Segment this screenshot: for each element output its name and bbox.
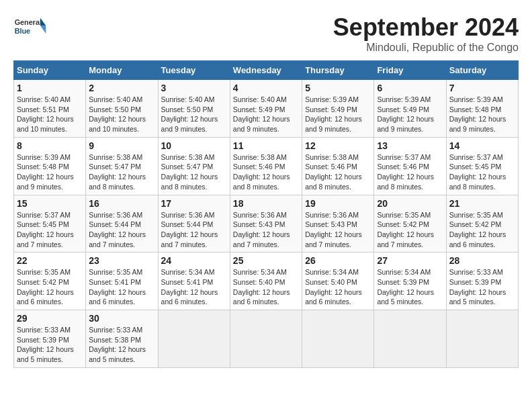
day-number: 23: [89, 255, 154, 266]
day-cell-16: 16Sunrise: 5:36 AM Sunset: 5:44 PM Dayli…: [86, 195, 158, 253]
day-cell-28: 28Sunrise: 5:33 AM Sunset: 5:39 PM Dayli…: [446, 253, 518, 310]
empty-cell: [374, 310, 446, 368]
day-number: 21: [449, 198, 515, 209]
week-row-5: 29Sunrise: 5:33 AM Sunset: 5:39 PM Dayli…: [14, 310, 519, 368]
day-number: 24: [161, 255, 227, 266]
day-info: Sunrise: 5:35 AM Sunset: 5:42 PM Dayligh…: [17, 267, 83, 307]
day-cell-27: 27Sunrise: 5:34 AM Sunset: 5:39 PM Dayli…: [374, 253, 446, 310]
day-cell-15: 15Sunrise: 5:37 AM Sunset: 5:45 PM Dayli…: [14, 195, 86, 253]
day-number: 26: [305, 255, 371, 266]
day-info: Sunrise: 5:39 AM Sunset: 5:49 PM Dayligh…: [377, 95, 443, 134]
header-friday: Friday: [374, 61, 446, 80]
header-sunday: Sunday: [14, 61, 86, 80]
day-info: Sunrise: 5:37 AM Sunset: 5:45 PM Dayligh…: [449, 152, 515, 192]
day-cell-3: 3Sunrise: 5:40 AM Sunset: 5:50 PM Daylig…: [158, 80, 230, 138]
day-cell-29: 29Sunrise: 5:33 AM Sunset: 5:39 PM Dayli…: [14, 310, 86, 368]
day-info: Sunrise: 5:40 AM Sunset: 5:49 PM Dayligh…: [233, 95, 299, 134]
empty-cell: [230, 310, 302, 368]
day-info: Sunrise: 5:40 AM Sunset: 5:50 PM Dayligh…: [161, 95, 227, 134]
header-row: SundayMondayTuesdayWednesdayThursdayFrid…: [14, 61, 519, 80]
title-block: September 2024 Mindouli, Republic of the…: [333, 13, 519, 54]
day-cell-19: 19Sunrise: 5:36 AM Sunset: 5:43 PM Dayli…: [302, 195, 374, 253]
day-info: Sunrise: 5:39 AM Sunset: 5:48 PM Dayligh…: [449, 95, 515, 134]
week-row-3: 15Sunrise: 5:37 AM Sunset: 5:45 PM Dayli…: [14, 195, 519, 253]
day-info: Sunrise: 5:40 AM Sunset: 5:51 PM Dayligh…: [17, 95, 83, 134]
day-info: Sunrise: 5:33 AM Sunset: 5:38 PM Dayligh…: [89, 325, 154, 365]
day-number: 17: [161, 198, 227, 209]
day-cell-17: 17Sunrise: 5:36 AM Sunset: 5:44 PM Dayli…: [158, 195, 230, 253]
day-info: Sunrise: 5:35 AM Sunset: 5:42 PM Dayligh…: [449, 210, 515, 250]
day-info: Sunrise: 5:34 AM Sunset: 5:40 PM Dayligh…: [233, 267, 299, 307]
day-number: 2: [89, 83, 154, 93]
day-cell-23: 23Sunrise: 5:35 AM Sunset: 5:41 PM Dayli…: [86, 253, 158, 310]
day-number: 15: [17, 198, 83, 209]
day-info: Sunrise: 5:35 AM Sunset: 5:41 PM Dayligh…: [89, 267, 154, 307]
day-number: 29: [17, 313, 83, 324]
day-number: 25: [233, 255, 299, 266]
day-info: Sunrise: 5:39 AM Sunset: 5:49 PM Dayligh…: [305, 95, 371, 134]
empty-cell: [158, 310, 230, 368]
week-row-4: 22Sunrise: 5:35 AM Sunset: 5:42 PM Dayli…: [14, 253, 519, 310]
day-number: 7: [449, 83, 515, 93]
location-title: Mindouli, Republic of the Congo: [333, 42, 519, 54]
day-info: Sunrise: 5:38 AM Sunset: 5:46 PM Dayligh…: [233, 152, 299, 192]
day-info: Sunrise: 5:34 AM Sunset: 5:39 PM Dayligh…: [377, 267, 443, 307]
day-number: 9: [89, 140, 154, 151]
day-number: 13: [377, 140, 443, 151]
day-info: Sunrise: 5:38 AM Sunset: 5:47 PM Dayligh…: [89, 152, 154, 192]
day-number: 30: [89, 313, 154, 324]
day-number: 16: [89, 198, 154, 209]
day-cell-21: 21Sunrise: 5:35 AM Sunset: 5:42 PM Dayli…: [446, 195, 518, 253]
day-info: Sunrise: 5:36 AM Sunset: 5:43 PM Dayligh…: [233, 210, 299, 250]
day-cell-12: 12Sunrise: 5:38 AM Sunset: 5:46 PM Dayli…: [302, 137, 374, 195]
day-number: 4: [233, 83, 299, 93]
day-info: Sunrise: 5:40 AM Sunset: 5:50 PM Dayligh…: [89, 95, 154, 134]
day-number: 6: [377, 83, 443, 93]
day-cell-13: 13Sunrise: 5:37 AM Sunset: 5:46 PM Dayli…: [374, 137, 446, 195]
header-thursday: Thursday: [302, 61, 374, 80]
day-number: 14: [449, 140, 515, 151]
day-info: Sunrise: 5:34 AM Sunset: 5:41 PM Dayligh…: [161, 267, 227, 307]
day-number: 3: [161, 83, 227, 93]
header-wednesday: Wednesday: [230, 61, 302, 80]
week-row-2: 8Sunrise: 5:39 AM Sunset: 5:48 PM Daylig…: [14, 137, 519, 195]
day-cell-24: 24Sunrise: 5:34 AM Sunset: 5:41 PM Dayli…: [158, 253, 230, 310]
day-cell-2: 2Sunrise: 5:40 AM Sunset: 5:50 PM Daylig…: [86, 80, 158, 138]
day-cell-1: 1Sunrise: 5:40 AM Sunset: 5:51 PM Daylig…: [14, 80, 86, 138]
svg-text:Blue: Blue: [15, 27, 30, 35]
day-cell-8: 8Sunrise: 5:39 AM Sunset: 5:48 PM Daylig…: [14, 137, 86, 195]
day-info: Sunrise: 5:33 AM Sunset: 5:39 PM Dayligh…: [449, 267, 515, 307]
day-info: Sunrise: 5:37 AM Sunset: 5:45 PM Dayligh…: [17, 210, 83, 250]
day-cell-9: 9Sunrise: 5:38 AM Sunset: 5:47 PM Daylig…: [86, 137, 158, 195]
header: General Blue September 2024 Mindouli, Re…: [13, 13, 519, 54]
day-info: Sunrise: 5:36 AM Sunset: 5:43 PM Dayligh…: [305, 210, 371, 250]
header-saturday: Saturday: [446, 61, 518, 80]
day-number: 22: [17, 255, 83, 266]
day-number: 28: [449, 255, 515, 266]
day-number: 10: [161, 140, 227, 151]
day-cell-7: 7Sunrise: 5:39 AM Sunset: 5:48 PM Daylig…: [446, 80, 518, 138]
day-cell-18: 18Sunrise: 5:36 AM Sunset: 5:43 PM Dayli…: [230, 195, 302, 253]
header-tuesday: Tuesday: [158, 61, 230, 80]
day-number: 12: [305, 140, 371, 151]
day-cell-14: 14Sunrise: 5:37 AM Sunset: 5:45 PM Dayli…: [446, 137, 518, 195]
empty-cell: [302, 310, 374, 368]
day-info: Sunrise: 5:34 AM Sunset: 5:40 PM Dayligh…: [305, 267, 371, 307]
logo: General Blue: [13, 13, 50, 40]
header-monday: Monday: [86, 61, 158, 80]
day-number: 1: [17, 83, 83, 93]
day-info: Sunrise: 5:39 AM Sunset: 5:48 PM Dayligh…: [17, 152, 83, 192]
day-cell-26: 26Sunrise: 5:34 AM Sunset: 5:40 PM Dayli…: [302, 253, 374, 310]
day-cell-6: 6Sunrise: 5:39 AM Sunset: 5:49 PM Daylig…: [374, 80, 446, 138]
svg-text:General: General: [15, 18, 42, 26]
day-info: Sunrise: 5:33 AM Sunset: 5:39 PM Dayligh…: [17, 325, 83, 365]
day-info: Sunrise: 5:36 AM Sunset: 5:44 PM Dayligh…: [89, 210, 154, 250]
logo-svg: General Blue: [13, 13, 47, 40]
day-cell-10: 10Sunrise: 5:38 AM Sunset: 5:47 PM Dayli…: [158, 137, 230, 195]
week-row-1: 1Sunrise: 5:40 AM Sunset: 5:51 PM Daylig…: [14, 80, 519, 138]
day-number: 18: [233, 198, 299, 209]
svg-marker-3: [40, 26, 46, 34]
day-cell-22: 22Sunrise: 5:35 AM Sunset: 5:42 PM Dayli…: [14, 253, 86, 310]
day-number: 19: [305, 198, 371, 209]
day-info: Sunrise: 5:38 AM Sunset: 5:47 PM Dayligh…: [161, 152, 227, 192]
